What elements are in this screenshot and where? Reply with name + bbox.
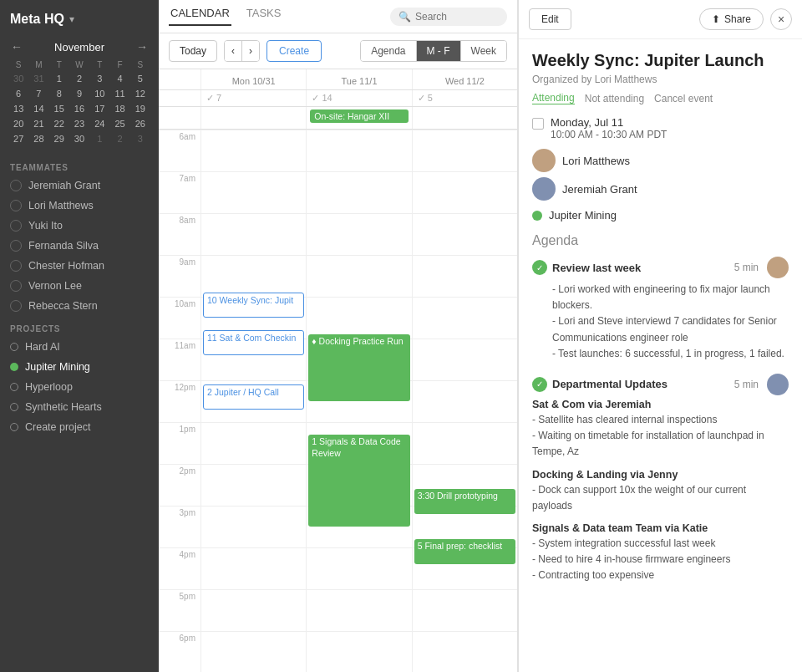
mini-cal-day[interactable]: 14 <box>28 101 48 116</box>
share-button[interactable]: ⬆ Share <box>699 8 764 30</box>
day-cell[interactable] <box>413 422 517 464</box>
sidebar-item-project[interactable]: Hyperloop <box>0 377 159 397</box>
mini-cal-day[interactable]: 6 <box>8 86 28 101</box>
mini-cal-day[interactable]: 16 <box>69 101 89 116</box>
mini-cal-day[interactable]: 7 <box>28 86 48 101</box>
day-cell[interactable] <box>413 297 517 339</box>
tab-tasks[interactable]: TASKS <box>245 7 283 26</box>
attending-button[interactable]: Attending <box>532 92 575 104</box>
cal-event[interactable]: ♦ Docking Practice Run <box>308 334 409 401</box>
cal-event[interactable]: 1 Signals & Data Code Review <box>308 435 409 527</box>
mini-cal-day[interactable]: 20 <box>8 116 28 131</box>
mini-cal-day[interactable]: 24 <box>89 116 109 131</box>
mini-cal-day[interactable]: 25 <box>109 116 129 131</box>
chevron-down-icon[interactable]: ▾ <box>69 13 74 25</box>
mini-cal-day[interactable]: 31 <box>28 71 48 86</box>
mini-cal-day[interactable]: 18 <box>109 101 129 116</box>
mini-cal-day[interactable]: 1 <box>89 131 109 146</box>
mini-cal-day[interactable]: 11 <box>109 86 129 101</box>
day-cell[interactable] <box>201 213 306 255</box>
day-cell[interactable] <box>201 171 306 213</box>
day-cell[interactable] <box>201 589 306 631</box>
prev-button[interactable]: ‹ <box>225 41 242 61</box>
sidebar-item-teammate[interactable]: Lori Matthews <box>0 196 159 216</box>
mini-cal-day[interactable]: 1 <box>49 71 69 86</box>
sidebar-item-teammate[interactable]: Yuki Ito <box>0 216 159 236</box>
day-cell[interactable] <box>413 380 517 422</box>
sidebar-item-teammate[interactable]: Chester Hofman <box>0 256 159 276</box>
prev-month-button[interactable]: ← <box>8 40 25 53</box>
mini-cal-day[interactable]: 21 <box>28 116 48 131</box>
mini-cal-day[interactable]: 12 <box>130 86 150 101</box>
allday-event-hangar[interactable]: On-site: Hangar XII <box>310 109 408 123</box>
today-button[interactable]: Today <box>169 40 217 62</box>
sidebar-item-project[interactable]: Create project <box>0 417 159 437</box>
day-cell[interactable] <box>413 339 517 380</box>
create-button[interactable]: Create <box>266 40 322 62</box>
sidebar-item-teammate[interactable]: Fernanda Silva <box>0 236 159 256</box>
mini-cal-day[interactable]: 27 <box>8 131 28 146</box>
sidebar-item-project[interactable]: Synthetic Hearts <box>0 397 159 417</box>
day-cell[interactable] <box>201 506 306 547</box>
mini-cal-day[interactable]: 4 <box>109 71 129 86</box>
mini-cal-day[interactable]: 30 <box>69 131 89 146</box>
day-cell[interactable] <box>413 631 517 672</box>
sidebar-item-teammate[interactable]: Vernon Lee <box>0 276 159 296</box>
mini-cal-day[interactable]: 10 <box>89 86 109 101</box>
cal-event[interactable]: 5 Final prep: checklist <box>414 539 515 564</box>
day-cell[interactable] <box>413 213 517 255</box>
mini-cal-day[interactable]: 15 <box>49 101 69 116</box>
mini-cal-day[interactable]: 8 <box>49 86 69 101</box>
mini-cal-day[interactable]: 23 <box>69 116 89 131</box>
sidebar-item-project[interactable]: Hard AI <box>0 337 159 357</box>
sidebar-item-project[interactable]: Jupiter Mining <box>0 357 159 377</box>
day-cell[interactable] <box>413 171 517 213</box>
view-week-button[interactable]: Week <box>461 41 506 61</box>
day-cell[interactable] <box>201 422 306 464</box>
mini-cal-day[interactable]: 5 <box>130 71 150 86</box>
day-cell[interactable] <box>201 255 306 297</box>
day-cell[interactable] <box>307 255 411 297</box>
search-input[interactable] <box>415 11 499 23</box>
mini-cal-day[interactable]: 3 <box>130 131 150 146</box>
not-attending-button[interactable]: Not attending <box>585 92 644 104</box>
day-cell[interactable] <box>413 589 517 631</box>
day-cell[interactable] <box>413 130 517 171</box>
day-cell[interactable] <box>201 464 306 506</box>
mini-cal-day[interactable]: 9 <box>69 86 89 101</box>
mini-cal-day[interactable]: 30 <box>8 71 28 86</box>
day-cell[interactable] <box>307 130 411 171</box>
mini-cal-day[interactable]: 22 <box>49 116 69 131</box>
mini-cal-day[interactable]: 17 <box>89 101 109 116</box>
day-cell[interactable] <box>307 171 411 213</box>
mini-cal-day[interactable]: 2 <box>109 131 129 146</box>
close-detail-button[interactable]: × <box>770 8 792 30</box>
day-cell[interactable] <box>307 297 411 339</box>
edit-button[interactable]: Edit <box>529 8 571 30</box>
day-cell[interactable] <box>307 547 411 589</box>
sidebar-item-teammate[interactable]: Jeremiah Grant <box>0 176 159 196</box>
mini-cal-day[interactable]: 19 <box>130 101 150 116</box>
tab-calendar[interactable]: CALENDAR <box>169 7 231 26</box>
day-cell[interactable] <box>307 631 411 672</box>
cal-event[interactable]: 11 Sat & Com Checkin <box>203 330 304 355</box>
view-mf-button[interactable]: M - F <box>417 41 461 61</box>
day-cell[interactable] <box>307 589 411 631</box>
mini-cal-day[interactable]: 13 <box>8 101 28 116</box>
cancel-event-button[interactable]: Cancel event <box>654 92 713 104</box>
mini-cal-day[interactable]: 3 <box>89 71 109 86</box>
sidebar-item-teammate[interactable]: Rebecca Stern <box>0 296 159 316</box>
cal-event[interactable]: 10 Weekly Sync: Jupit <box>203 293 304 318</box>
next-button[interactable]: › <box>242 41 259 61</box>
mini-cal-day[interactable]: 28 <box>28 131 48 146</box>
mini-cal-day[interactable]: 26 <box>130 116 150 131</box>
mini-cal-day[interactable]: 29 <box>49 131 69 146</box>
day-cell[interactable] <box>413 255 517 297</box>
mini-cal-day[interactable]: 2 <box>69 71 89 86</box>
cal-event[interactable]: 3:30 Drill prototyping <box>414 489 515 514</box>
day-cell[interactable] <box>201 631 306 672</box>
next-month-button[interactable]: → <box>134 40 150 53</box>
cal-event[interactable]: 2 Jupiter / HQ Call <box>203 384 304 410</box>
day-cell[interactable] <box>201 547 306 589</box>
day-cell[interactable] <box>307 213 411 255</box>
